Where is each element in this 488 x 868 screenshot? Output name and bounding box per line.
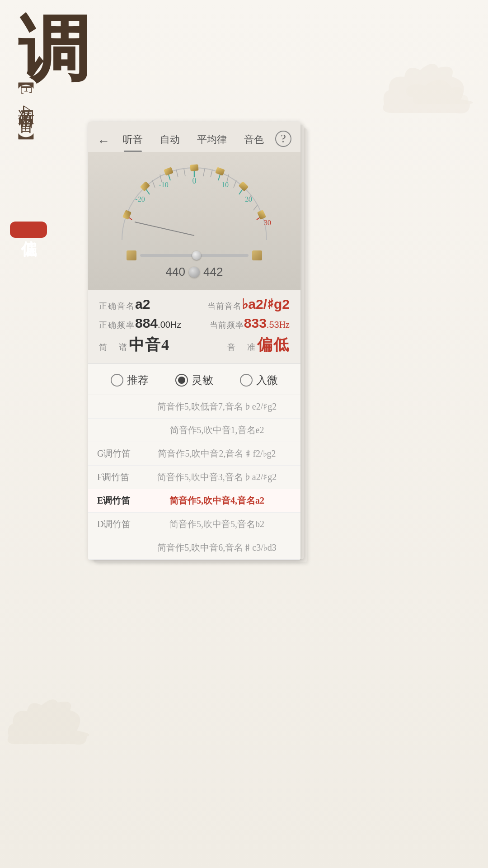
list-item[interactable]: 简音作5,吹中音1,音名e2 bbox=[88, 419, 300, 442]
list-item[interactable]: 简音作5,吹中音6,音名♯c3/♭d3 bbox=[88, 536, 300, 560]
slider-left-knob[interactable] bbox=[127, 250, 136, 260]
svg-rect-25 bbox=[215, 167, 225, 175]
radio-circle-fine bbox=[240, 374, 253, 387]
svg-line-13 bbox=[135, 222, 194, 236]
note-description: 简音作5,吹中音2,音名♯f2/♭g2 bbox=[142, 448, 291, 460]
svg-text:-10: -10 bbox=[159, 181, 168, 189]
correct-freq-value: 884 bbox=[135, 316, 158, 331]
list-item[interactable]: G调竹笛 简音作5,吹中音2,音名♯f2/♭g2 bbox=[88, 442, 300, 466]
svg-text:10: 10 bbox=[221, 181, 229, 189]
note-description: 简音作5,吹中音6,音名♯c3/♭d3 bbox=[142, 542, 291, 554]
svg-line-23 bbox=[253, 205, 258, 210]
radio-label-recommended: 推荐 bbox=[127, 373, 149, 387]
svg-rect-26 bbox=[164, 167, 174, 175]
list-item[interactable]: 简音作5,吹低音7,音名♭e2/♯g2 bbox=[88, 395, 300, 419]
note-names-row: 正确音名 a2 当前音名 ♭a2/♯g2 bbox=[99, 296, 290, 312]
correct-freq-decimal: .00 bbox=[158, 320, 170, 330]
correct-freq-unit: Hz bbox=[170, 320, 181, 330]
svg-rect-27 bbox=[239, 181, 249, 192]
correct-note-value: a2 bbox=[135, 297, 150, 312]
current-freq-unit: Hz bbox=[279, 320, 290, 330]
tab-auto[interactable]: 自动 bbox=[155, 130, 184, 152]
radio-inner-sensitive bbox=[178, 377, 185, 384]
current-note-label: 当前音名 bbox=[207, 301, 242, 311]
tuner-slider-row bbox=[88, 250, 300, 260]
tuner-info-section: 正确音名 a2 当前音名 ♭a2/♯g2 正确频率 884 .00 Hz 当前频… bbox=[88, 290, 300, 363]
current-freq-decimal: .53 bbox=[267, 320, 279, 330]
jian-yin-row: 简 谱 中音4 音 准 偏低 bbox=[99, 335, 290, 355]
frequency-selector-row: 440 442 bbox=[88, 265, 300, 279]
slider-track[interactable] bbox=[140, 254, 249, 257]
nav-tabs: 听音 自动 平均律 音色 bbox=[114, 130, 272, 152]
svg-line-21 bbox=[152, 180, 155, 188]
freq-max-value: 442 bbox=[203, 265, 223, 279]
back-button[interactable]: ← bbox=[97, 134, 110, 148]
jianpu-label: 简 谱 bbox=[99, 342, 129, 353]
tab-timbre[interactable]: 音色 bbox=[239, 130, 268, 152]
jianpu-value: 中音4 bbox=[129, 335, 170, 355]
vertical-instrument-label: 【 E调竹笛中音4 】 bbox=[14, 77, 39, 123]
current-note-value: ♭a2/♯g2 bbox=[242, 296, 290, 312]
card-header: ← 听音 自动 平均律 音色 ? bbox=[88, 122, 300, 152]
note-description: 简音作5,吹中音3,音名♭a2/♯g2 bbox=[142, 471, 291, 483]
radio-label-fine: 入微 bbox=[256, 373, 278, 387]
cloud-decoration-bottom bbox=[5, 699, 95, 764]
list-item-highlighted[interactable]: E调竹笛 简音作5,吹中音4,音名a2 bbox=[88, 489, 300, 513]
correct-freq-label: 正确频率 bbox=[99, 320, 135, 330]
note-instrument: F调竹笛 bbox=[97, 471, 142, 483]
freq-min-value: 440 bbox=[166, 265, 185, 279]
freq-selector-knob[interactable] bbox=[189, 267, 200, 278]
radio-recommended[interactable]: 推荐 bbox=[111, 373, 149, 387]
svg-text:20: 20 bbox=[245, 195, 252, 203]
radio-fine[interactable]: 入微 bbox=[240, 373, 278, 387]
main-card: ← 听音 自动 平均律 音色 ? 0 bbox=[88, 122, 300, 560]
radio-label-sensitive: 灵敏 bbox=[192, 373, 213, 387]
yinzhun-label: 音 准 bbox=[227, 342, 257, 353]
note-instrument-highlighted: E调竹笛 bbox=[97, 495, 142, 507]
tuner-meter-area: 0 10 -10 20 -20 bbox=[88, 152, 300, 290]
svg-line-19 bbox=[234, 180, 236, 188]
current-freq-value: 833 bbox=[244, 316, 267, 331]
cloud-decoration-top bbox=[380, 63, 479, 137]
radio-circle-sensitive bbox=[175, 374, 188, 387]
svg-line-14 bbox=[203, 169, 205, 176]
note-description: 简音作5,吹低音7,音名♭e2/♯g2 bbox=[142, 401, 291, 413]
correct-note-label: 正确音名 bbox=[99, 301, 135, 311]
frequencies-row: 正确频率 884 .00 Hz 当前频率 833 .53 Hz bbox=[99, 316, 290, 331]
current-freq-label: 当前频率 bbox=[210, 320, 244, 330]
svg-line-16 bbox=[184, 169, 185, 176]
app-title-char: 调 bbox=[18, 14, 90, 86]
svg-text:30: 30 bbox=[264, 219, 271, 226]
svg-line-17 bbox=[176, 170, 178, 177]
card-stack: ← 听音 自动 平均律 音色 ? 0 bbox=[88, 122, 310, 560]
help-button[interactable]: ? bbox=[275, 131, 291, 147]
slider-right-knob[interactable] bbox=[252, 250, 262, 260]
tab-equal-temperament[interactable]: 平均律 bbox=[192, 130, 231, 152]
sensitivity-radio-row: 推荐 灵敏 入微 bbox=[88, 363, 300, 395]
note-list: 简音作5,吹低音7,音名♭e2/♯g2 简音作5,吹中音1,音名e2 G调竹笛 … bbox=[88, 395, 300, 560]
note-instrument: G调竹笛 bbox=[97, 448, 142, 460]
note-description: 简音作5,吹中音1,音名e2 bbox=[142, 424, 291, 436]
list-item[interactable]: D调竹笛 简音作5,吹中音5,音名b2 bbox=[88, 513, 300, 536]
note-instrument: D调竹笛 bbox=[97, 518, 142, 530]
note-description-highlighted: 简音作5,吹中音4,音名a2 bbox=[142, 495, 291, 507]
tuner-dial-svg: 0 10 -10 20 -20 bbox=[108, 156, 280, 247]
slider-handle[interactable] bbox=[192, 251, 201, 260]
svg-text:0: 0 bbox=[192, 176, 197, 185]
list-item[interactable]: F调竹笛 简音作5,吹中音3,音名♭a2/♯g2 bbox=[88, 466, 300, 489]
meter-container: 0 10 -10 20 -20 bbox=[108, 156, 280, 247]
radio-circle-recommended bbox=[111, 374, 123, 387]
note-description: 简音作5,吹中音5,音名b2 bbox=[142, 518, 291, 530]
radio-sensitive[interactable]: 灵敏 bbox=[175, 373, 213, 387]
svg-text:-20: -20 bbox=[135, 195, 145, 203]
svg-rect-28 bbox=[140, 181, 150, 192]
svg-line-15 bbox=[211, 170, 212, 177]
svg-rect-24 bbox=[190, 164, 198, 171]
yinzhun-value: 偏低 bbox=[257, 335, 290, 355]
tab-listen[interactable]: 听音 bbox=[118, 130, 147, 152]
tuning-status-badge: 偏低 bbox=[10, 222, 47, 238]
